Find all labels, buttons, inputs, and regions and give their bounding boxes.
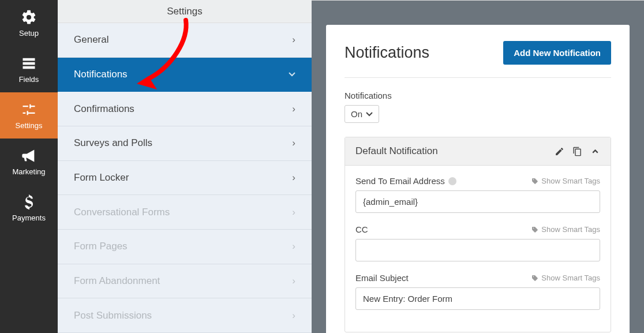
help-icon[interactable] (448, 177, 456, 185)
sidebar-item-marketing[interactable]: Marketing (0, 139, 58, 185)
cc-input[interactable] (355, 239, 600, 261)
chevron-down-icon (366, 111, 373, 118)
settings-item-label: General (74, 34, 108, 46)
chevron-right-icon: › (292, 207, 295, 218)
settings-column: Settings General › Notifications Confirm… (58, 0, 312, 333)
settings-item-label: Form Abandonment (74, 275, 160, 287)
field-cc: CC Show Smart Tags (355, 225, 600, 261)
sidebar-label: Setup (19, 29, 39, 38)
sidebar-item-fields[interactable]: Fields (0, 46, 58, 92)
content-column: Notifications Add New Notification Notif… (312, 0, 644, 333)
settings-item-formpages[interactable]: Form Pages › (58, 230, 312, 264)
sidebar-label: Settings (16, 121, 43, 130)
smart-tags-link[interactable]: Show Smart Tags (531, 274, 600, 282)
notifications-toggle[interactable]: On (345, 105, 379, 123)
field-subject: Email Subject Show Smart Tags (355, 273, 600, 310)
sidebar-item-settings[interactable]: Settings (0, 92, 58, 139)
edit-icon[interactable] (555, 147, 564, 156)
sidebar-label: Payments (12, 214, 46, 222)
gear-icon (21, 9, 37, 25)
chevron-down-icon (289, 71, 295, 78)
settings-item-surveys[interactable]: Surveys and Polls › (58, 126, 312, 161)
smart-tags-link[interactable]: Show Smart Tags (531, 225, 600, 234)
sidebar-label: Fields (19, 75, 39, 84)
toggle-label: Notifications (345, 91, 611, 100)
send-to-label: Send To Email Address (355, 176, 456, 186)
cc-label: CC (355, 225, 368, 234)
settings-item-postsubmissions[interactable]: Post Submissions › (58, 298, 312, 333)
chevron-right-icon: › (292, 103, 295, 115)
notification-card-body: Send To Email Address Show Smart Tags (345, 166, 611, 332)
settings-item-label: Conversational Forms (74, 207, 170, 218)
settings-item-general[interactable]: General › (58, 23, 312, 58)
chevron-right-icon: › (292, 310, 295, 321)
page-title-bar: Settings (58, 0, 312, 23)
settings-item-label: Surveys and Polls (74, 137, 152, 149)
bullhorn-icon (21, 148, 37, 164)
notifications-panel: Notifications Add New Notification Notif… (326, 25, 630, 333)
chevron-right-icon: › (292, 137, 295, 149)
settings-item-label: Form Locker (74, 172, 129, 184)
chevron-right-icon: › (292, 172, 295, 184)
list-icon (21, 55, 37, 72)
settings-item-label: Confirmations (74, 103, 134, 115)
settings-item-label: Notifications (74, 69, 128, 80)
notification-card: Default Notification Send To Email Addre… (345, 137, 611, 332)
panel-heading: Notifications (345, 44, 429, 62)
subject-label: Email Subject (355, 273, 409, 283)
settings-item-label: Post Submissions (74, 310, 152, 321)
copy-icon[interactable] (572, 147, 582, 156)
sliders-icon (21, 102, 37, 118)
smart-tags-link[interactable]: Show Smart Tags (531, 177, 600, 185)
toggle-value: On (351, 109, 362, 119)
settings-item-formlocker[interactable]: Form Locker › (58, 161, 312, 196)
chevron-right-icon: › (292, 275, 295, 287)
sidebar-item-setup[interactable]: Setup (0, 0, 58, 46)
chevron-right-icon: › (292, 34, 295, 46)
tag-icon (531, 178, 538, 185)
subject-input[interactable] (355, 287, 600, 310)
settings-item-conversational[interactable]: Conversational Forms › (58, 195, 312, 230)
settings-menu: General › Notifications Confirmations › … (58, 23, 312, 333)
chevron-up-icon[interactable] (590, 147, 600, 156)
dollar-icon (21, 194, 37, 210)
settings-item-label: Form Pages (74, 241, 128, 252)
notification-card-tools (555, 147, 600, 156)
settings-item-abandonment[interactable]: Form Abandonment › (58, 264, 312, 299)
add-notification-button[interactable]: Add New Notification (503, 41, 611, 65)
settings-item-notifications[interactable]: Notifications (58, 58, 312, 92)
settings-item-confirmations[interactable]: Confirmations › (58, 92, 312, 126)
chevron-right-icon: › (292, 241, 295, 252)
field-send-to: Send To Email Address Show Smart Tags (355, 176, 600, 213)
page-title: Settings (167, 6, 202, 17)
notification-card-header: Default Notification (345, 137, 611, 166)
send-to-input[interactable] (355, 190, 600, 213)
sidebar-item-payments[interactable]: Payments (0, 185, 58, 231)
sidebar-label: Marketing (12, 167, 45, 176)
tag-icon (531, 275, 538, 282)
notification-card-title: Default Notification (355, 145, 438, 157)
tag-icon (531, 226, 538, 233)
main-sidebar: Setup Fields Settings Marketing Payments (0, 0, 58, 333)
panel-header: Notifications Add New Notification (345, 41, 611, 78)
